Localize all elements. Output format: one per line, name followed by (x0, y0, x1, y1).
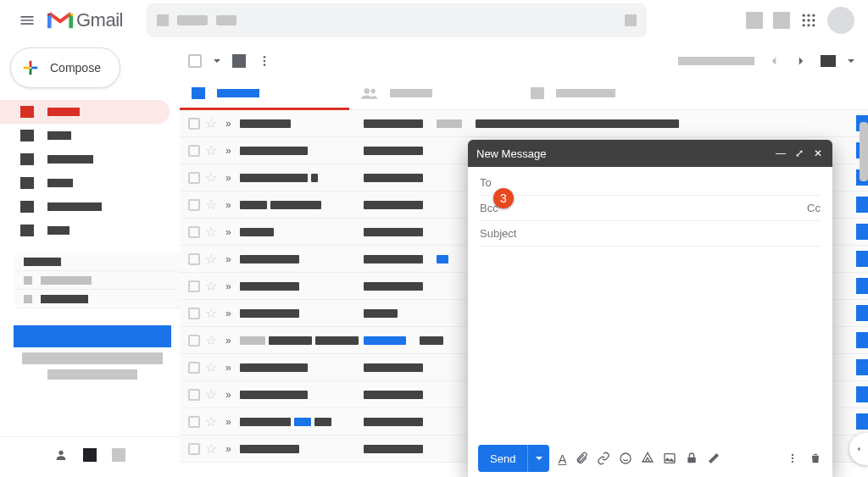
prev-page-button[interactable] (766, 53, 782, 69)
tab-primary[interactable] (180, 76, 349, 109)
row-checkbox[interactable] (188, 335, 200, 347)
gmail-logo[interactable]: Gmail (47, 8, 123, 32)
attach-button[interactable] (575, 452, 588, 465)
input-tools-button[interactable] (821, 55, 836, 67)
importance-marker[interactable]: » (225, 389, 231, 401)
close-button[interactable]: ✕ (812, 147, 824, 159)
row-checkbox[interactable] (188, 172, 200, 184)
row-checkbox[interactable] (188, 362, 200, 374)
sidebar-item-sent[interactable] (0, 171, 170, 195)
more-vert-icon (787, 452, 798, 464)
row-checkbox[interactable] (188, 416, 200, 428)
sidebar-item-inbox[interactable] (0, 100, 170, 124)
confidential-button[interactable] (685, 452, 698, 465)
star-icon[interactable]: ☆ (205, 115, 217, 131)
scrollbar-thumb[interactable] (860, 122, 868, 181)
star-icon[interactable]: ☆ (205, 142, 217, 158)
row-checkbox[interactable] (188, 443, 200, 455)
signature-button[interactable] (707, 452, 721, 465)
sidebar-item-snoozed[interactable] (0, 147, 170, 171)
compose-body[interactable] (468, 247, 832, 440)
importance-marker[interactable]: » (225, 308, 231, 319)
star-icon[interactable]: ☆ (205, 413, 217, 430)
select-dropdown-icon[interactable] (214, 59, 220, 63)
minimize-button[interactable]: — (775, 147, 787, 159)
select-all-checkbox[interactable] (188, 54, 202, 68)
more-button[interactable] (258, 54, 271, 68)
row-checkbox[interactable] (188, 226, 200, 238)
emoji-button[interactable] (619, 452, 632, 465)
meet-new-meeting[interactable] (14, 325, 171, 347)
bcc-field[interactable]: Bcc Cc (480, 196, 821, 221)
star-icon[interactable]: ☆ (205, 359, 217, 375)
email-row[interactable]: ☆ » (180, 110, 868, 137)
header-right (746, 7, 861, 34)
support-button[interactable] (746, 12, 763, 29)
star-icon[interactable]: ☆ (205, 251, 217, 267)
star-icon[interactable]: ☆ (205, 278, 217, 294)
importance-marker[interactable]: » (225, 443, 231, 455)
compose-more-button[interactable] (787, 452, 798, 464)
tab-promotions[interactable] (519, 76, 688, 109)
svg-point-5 (803, 19, 805, 21)
sidebar-item-drafts[interactable] (0, 195, 170, 219)
importance-marker[interactable]: » (225, 118, 231, 130)
compose-header[interactable]: New Message — ⤢ ✕ (468, 140, 832, 167)
discard-button[interactable] (809, 452, 822, 465)
importance-marker[interactable]: » (225, 172, 231, 184)
subject-field[interactable]: Subject (480, 221, 821, 247)
next-page-button[interactable] (793, 53, 809, 69)
hangouts-chat-icon[interactable] (83, 448, 97, 462)
importance-marker[interactable]: » (225, 145, 231, 157)
star-icon[interactable]: ☆ (205, 169, 217, 186)
gmail-logo-text: Gmail (76, 9, 123, 31)
search-bar[interactable] (147, 3, 647, 37)
hangouts-phone-icon[interactable] (112, 448, 125, 462)
importance-marker[interactable]: » (225, 253, 231, 265)
input-tools-dropdown[interactable] (848, 59, 854, 63)
tune-icon[interactable] (625, 14, 637, 26)
importance-marker[interactable]: » (225, 416, 231, 428)
sidebar-footer (0, 436, 180, 472)
to-field[interactable]: To (480, 170, 821, 196)
row-checkbox[interactable] (188, 389, 200, 401)
apps-grid-button[interactable] (800, 12, 817, 29)
svg-point-16 (264, 56, 266, 58)
refresh-button[interactable] (232, 54, 246, 68)
format-button[interactable]: A (558, 452, 566, 466)
to-label: To (480, 176, 492, 189)
hangouts-person-icon[interactable] (54, 448, 68, 462)
row-checkbox[interactable] (188, 118, 200, 130)
importance-marker[interactable]: » (225, 280, 231, 292)
star-icon[interactable]: ☆ (205, 197, 217, 213)
link-button[interactable] (597, 452, 610, 465)
drive-button[interactable] (641, 452, 654, 465)
row-checkbox[interactable] (188, 280, 200, 292)
importance-marker[interactable]: » (225, 335, 231, 347)
sidebar-item-more[interactable] (0, 219, 170, 242)
send-options-dropdown[interactable] (527, 445, 549, 472)
settings-button[interactable] (773, 12, 790, 29)
importance-marker[interactable]: » (225, 362, 231, 374)
cc-toggle[interactable]: Cc (807, 202, 821, 214)
row-checkbox[interactable] (188, 199, 200, 211)
tab-social[interactable] (349, 76, 519, 109)
image-button[interactable] (663, 452, 676, 465)
importance-marker[interactable]: » (225, 199, 231, 211)
star-icon[interactable]: ☆ (205, 332, 217, 348)
sidebar-item-starred[interactable] (0, 124, 170, 147)
importance-marker[interactable]: » (225, 226, 231, 238)
attach-icon (575, 452, 588, 465)
star-icon[interactable]: ☆ (205, 441, 217, 457)
main-menu-button[interactable] (10, 3, 44, 37)
star-icon[interactable]: ☆ (205, 224, 217, 240)
row-checkbox[interactable] (188, 308, 200, 319)
row-checkbox[interactable] (188, 145, 200, 157)
row-checkbox[interactable] (188, 253, 200, 265)
fullscreen-button[interactable]: ⤢ (793, 147, 805, 159)
send-button[interactable]: Send (478, 445, 527, 472)
star-icon[interactable]: ☆ (205, 305, 217, 321)
account-avatar[interactable] (827, 7, 854, 34)
star-icon[interactable]: ☆ (205, 386, 217, 402)
compose-button[interactable]: Compose (10, 47, 120, 88)
